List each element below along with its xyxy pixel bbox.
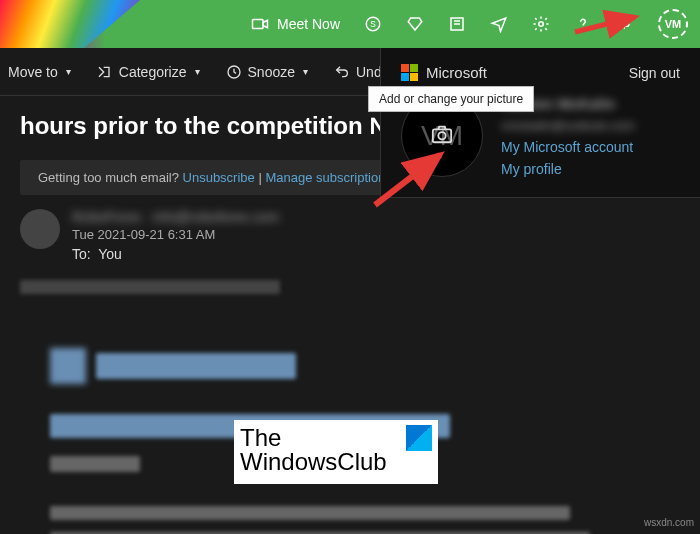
sender-name: RoboForex · info@roboforex.com xyxy=(72,209,680,225)
help-icon[interactable] xyxy=(574,15,592,33)
avatar-initials: VM xyxy=(665,18,682,30)
sender-avatar[interactable] xyxy=(20,209,60,249)
watermark: The WindowsClub xyxy=(234,420,438,484)
gear-icon[interactable] xyxy=(532,15,550,33)
tips-icon[interactable] xyxy=(490,15,508,33)
meet-now-label: Meet Now xyxy=(277,16,340,32)
svg-text:S: S xyxy=(370,20,376,29)
sign-out-link[interactable]: Sign out xyxy=(629,65,680,81)
account-panel: Microsoft Sign out VM Vamien McKalin vmc… xyxy=(380,48,700,198)
camera-icon xyxy=(429,123,455,149)
image-credit: wsxdn.com xyxy=(644,517,694,528)
panel-user-email: vmckalin@outlook.com xyxy=(501,118,635,133)
manage-subscriptions-link[interactable]: Manage subscriptions xyxy=(265,170,391,185)
news-icon[interactable] xyxy=(448,15,466,33)
to-line: To: You xyxy=(72,246,680,262)
logo-icon xyxy=(50,348,86,384)
to-value: You xyxy=(98,246,122,262)
categorize-button[interactable]: Categorize ▾ xyxy=(93,58,204,86)
microsoft-logo-icon xyxy=(401,64,418,81)
snooze-button[interactable]: Snooze ▾ xyxy=(222,58,312,86)
microsoft-brand: Microsoft xyxy=(401,64,487,81)
body-logo xyxy=(50,348,650,384)
svg-point-9 xyxy=(438,132,445,139)
svg-point-6 xyxy=(539,22,544,27)
move-to-button[interactable]: Move to ▾ xyxy=(4,58,75,86)
move-to-label: Move to xyxy=(8,64,58,80)
chevron-down-icon: ▾ xyxy=(303,66,308,77)
video-icon xyxy=(251,15,269,33)
to-label: To: xyxy=(72,246,91,262)
snooze-label: Snooze xyxy=(248,64,295,80)
megaphone-icon[interactable] xyxy=(616,15,634,33)
skype-icon[interactable]: S xyxy=(364,15,382,33)
manage-prompt: Getting too much email? xyxy=(38,170,179,185)
chevron-down-icon: ▾ xyxy=(66,66,71,77)
meet-now-button[interactable]: Meet Now xyxy=(251,15,340,33)
unsubscribe-link[interactable]: Unsubscribe xyxy=(183,170,255,185)
watermark-logo-icon xyxy=(406,425,432,451)
window-titlebar: Meet Now S VM xyxy=(0,0,700,48)
watermark-line2: WindowsClub xyxy=(240,448,432,476)
my-microsoft-account-link[interactable]: My Microsoft account xyxy=(501,139,635,155)
account-avatar-button[interactable]: VM xyxy=(658,9,688,39)
svg-rect-0 xyxy=(252,20,263,29)
chevron-down-icon: ▾ xyxy=(195,66,200,77)
brand-label: Microsoft xyxy=(426,64,487,81)
diamond-icon[interactable] xyxy=(406,15,424,33)
tooltip: Add or change your picture xyxy=(368,86,534,112)
theme-accent xyxy=(0,0,140,48)
sender-row: RoboForex · info@roboforex.com Tue 2021-… xyxy=(20,209,680,262)
my-profile-link[interactable]: My profile xyxy=(501,161,635,177)
categorize-label: Categorize xyxy=(119,64,187,80)
sent-date: Tue 2021-09-21 6:31 AM xyxy=(72,227,680,242)
